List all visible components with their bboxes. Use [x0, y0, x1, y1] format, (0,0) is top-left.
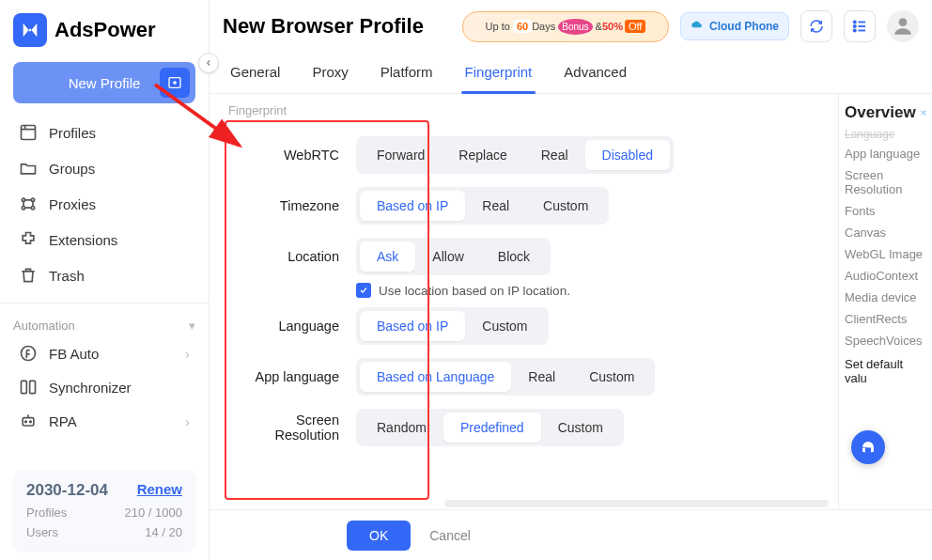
svg-point-13: [854, 25, 856, 27]
setting-row-language: Language Based on IP Custom: [228, 307, 819, 345]
svg-point-3: [31, 198, 34, 201]
section-subhead: Fingerprint: [228, 101, 819, 123]
sidebar-item-profiles[interactable]: Profiles: [0, 115, 209, 150]
seg-ask[interactable]: Ask: [360, 241, 415, 272]
setting-row-screen-res: Screen Resolution Random Predefined Cust…: [228, 409, 819, 446]
new-profile-label: New Profile: [69, 75, 141, 91]
svg-point-4: [22, 207, 24, 210]
promo-banner[interactable]: Up to 60 Days Bonus & 50% Off: [462, 11, 669, 42]
sidebar-item-groups[interactable]: Groups: [0, 150, 209, 186]
ov-item[interactable]: Screen Resolution: [845, 168, 926, 196]
tab-platform[interactable]: Platform: [377, 53, 437, 93]
seg-webrtc: Forward Replace Real Disabled: [356, 136, 674, 174]
footer: OK Cancel: [210, 509, 932, 560]
profiles-label: Profiles: [26, 506, 67, 520]
avatar[interactable]: [887, 10, 919, 42]
auto-item-synchronizer[interactable]: Synchronizer: [0, 370, 209, 404]
main: New Browser Profile Up to 60 Days Bonus …: [210, 0, 932, 560]
brand-name: AdsPower: [54, 18, 156, 42]
seg-random[interactable]: Random: [360, 412, 443, 443]
chevron-down-icon: ▾: [189, 319, 195, 333]
profiles-count: 210 / 1000: [125, 506, 182, 520]
users-count: 14 / 20: [145, 525, 182, 539]
scrollbar-horizontal[interactable]: [444, 500, 829, 507]
seg-disabled[interactable]: Disabled: [585, 140, 670, 170]
seg-based-ip[interactable]: Based on IP: [360, 191, 465, 221]
tab-fingerprint[interactable]: Fingerprint: [461, 53, 536, 93]
tab-proxy[interactable]: Proxy: [308, 53, 351, 93]
stats-date: 2030-12-04: [26, 481, 108, 499]
setting-row-timezone: Timezone Based on IP Real Custom: [228, 187, 819, 225]
automation-section[interactable]: Automation ▾: [0, 309, 209, 336]
nav-label: Profiles: [49, 125, 96, 141]
ov-item[interactable]: WebGL Image: [845, 247, 926, 261]
setting-label: App language: [228, 369, 339, 384]
seg-timezone: Based on IP Real Custom: [356, 187, 609, 225]
seg-custom[interactable]: Custom: [465, 311, 544, 341]
nav-label: Groups: [49, 161, 95, 177]
setting-row-webrtc: WebRTC Forward Replace Real Disabled: [228, 136, 819, 174]
logo: AdsPower: [0, 0, 209, 56]
nav-list: Profiles Groups Proxies Extensions Trash: [0, 111, 209, 297]
setting-label: Location: [228, 249, 339, 264]
seg-custom[interactable]: Custom: [572, 362, 651, 392]
auto-item-rpa[interactable]: RPA ›: [0, 404, 209, 438]
seg-app-language: Based on Language Real Custom: [356, 358, 655, 396]
seg-block[interactable]: Block: [481, 241, 547, 272]
sidebar-item-trash[interactable]: Trash: [0, 257, 209, 293]
svg-point-5: [31, 207, 34, 210]
seg-location: Ask Allow Block: [356, 238, 551, 275]
checkbox-icon[interactable]: [356, 283, 371, 298]
svg-rect-8: [30, 381, 36, 393]
tab-advanced[interactable]: Advanced: [560, 53, 630, 93]
seg-replace[interactable]: Replace: [442, 140, 523, 170]
seg-based-ip[interactable]: Based on IP: [360, 311, 465, 341]
setting-label: Language: [228, 319, 339, 334]
shuffle-icon[interactable]: [920, 105, 926, 120]
ov-item[interactable]: SpeechVoices: [845, 334, 926, 348]
seg-real[interactable]: Real: [511, 362, 572, 392]
seg-allow[interactable]: Allow: [415, 241, 480, 272]
ov-item[interactable]: Media device: [845, 290, 926, 304]
setting-label: WebRTC: [228, 148, 339, 163]
ov-default[interactable]: Set default valu: [845, 357, 926, 385]
seg-real[interactable]: Real: [465, 191, 526, 221]
refresh-button[interactable]: [800, 10, 832, 42]
sidebar: AdsPower New Profile Profiles Groups Pro…: [0, 0, 210, 560]
seg-forward[interactable]: Forward: [360, 140, 442, 170]
cancel-button[interactable]: Cancel: [429, 528, 471, 543]
svg-point-10: [25, 421, 27, 423]
seg-predefined[interactable]: Predefined: [443, 412, 541, 443]
overview-title: Overview: [845, 103, 926, 122]
ok-button[interactable]: OK: [347, 521, 411, 551]
ov-item[interactable]: AudioContext: [845, 269, 926, 283]
location-ip-checkbox-row[interactable]: Use location based on IP location.: [356, 283, 819, 298]
list-button[interactable]: [844, 10, 876, 42]
new-profile-button[interactable]: New Profile: [13, 62, 195, 103]
nav-label: Trash: [49, 268, 85, 284]
cloud-phone-button[interactable]: Cloud Phone: [680, 12, 789, 40]
renew-link[interactable]: Renew: [137, 481, 182, 497]
tab-general[interactable]: General: [226, 53, 284, 93]
header: New Browser Profile Up to 60 Days Bonus …: [210, 0, 932, 53]
seg-based-lang[interactable]: Based on Language: [360, 362, 511, 392]
seg-screen-res: Random Predefined Custom: [356, 409, 624, 446]
seg-custom[interactable]: Custom: [526, 191, 605, 221]
sidebar-item-extensions[interactable]: Extensions: [0, 222, 209, 257]
ov-item[interactable]: Fonts: [845, 204, 926, 218]
seg-real[interactable]: Real: [524, 140, 585, 170]
svg-point-15: [899, 18, 908, 26]
ov-item[interactable]: Canvas: [845, 226, 926, 240]
seg-custom[interactable]: Custom: [541, 412, 620, 443]
sidebar-item-proxies[interactable]: Proxies: [0, 186, 209, 222]
ov-item[interactable]: App language: [845, 147, 926, 161]
settings-column: Fingerprint WebRTC Forward Replace Real …: [210, 94, 838, 509]
nav-label: Proxies: [49, 196, 96, 212]
setting-row-location: Location Ask Allow Block: [228, 238, 819, 275]
logo-icon: [13, 13, 47, 47]
new-profile-plus-icon[interactable]: [160, 68, 190, 98]
checkbox-label: Use location based on IP location.: [379, 284, 570, 298]
support-button[interactable]: [851, 430, 885, 464]
ov-item[interactable]: ClientRects: [845, 312, 926, 326]
auto-item-fbauto[interactable]: FB Auto ›: [0, 336, 209, 370]
